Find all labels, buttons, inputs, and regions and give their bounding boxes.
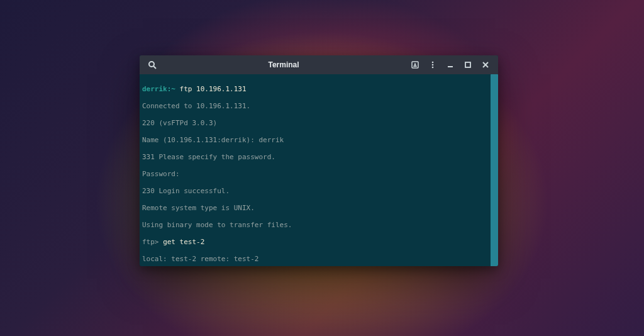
output-line: Name (10.196.1.131:derrik): derrik bbox=[142, 136, 488, 145]
terminal-body[interactable]: derrik:~ ftp 10.196.1.131 Connected to 1… bbox=[140, 74, 498, 266]
terminal-output[interactable]: derrik:~ ftp 10.196.1.131 Connected to 1… bbox=[140, 74, 491, 266]
output-line: Using binary mode to transfer files. bbox=[142, 221, 488, 230]
svg-point-0 bbox=[149, 62, 154, 67]
svg-point-3 bbox=[414, 64, 416, 65]
window-title: Terminal bbox=[268, 60, 299, 69]
output-line: Password: bbox=[142, 170, 488, 179]
contact-icon[interactable] bbox=[406, 56, 424, 74]
maximize-button[interactable] bbox=[459, 56, 477, 74]
svg-line-1 bbox=[153, 66, 156, 69]
terminal-window: Terminal derrik:~ ftp 10.196.1.131 Conne… bbox=[140, 55, 498, 266]
output-line: 220 (vsFTPd 3.0.3) bbox=[142, 119, 488, 128]
svg-point-6 bbox=[432, 67, 434, 69]
search-icon[interactable] bbox=[143, 56, 161, 74]
output-line: Connected to 10.196.1.131. bbox=[142, 102, 488, 111]
minimize-button[interactable] bbox=[441, 56, 459, 74]
menu-icon[interactable] bbox=[424, 56, 441, 74]
output-line: local: test-2 remote: test-2 bbox=[142, 255, 488, 264]
scrollbar-thumb[interactable] bbox=[491, 74, 498, 266]
svg-point-4 bbox=[432, 62, 434, 64]
scrollbar[interactable] bbox=[491, 74, 498, 266]
ftp-prompt: ftp> bbox=[142, 238, 163, 246]
close-button[interactable] bbox=[477, 56, 494, 74]
shell-command: ftp 10.196.1.131 bbox=[180, 85, 247, 93]
output-line: Remote system type is UNIX. bbox=[142, 204, 488, 213]
shell-prompt: derrik:~ bbox=[142, 85, 175, 93]
titlebar[interactable]: Terminal bbox=[140, 55, 498, 74]
output-line: 331 Please specify the password. bbox=[142, 153, 488, 162]
svg-rect-8 bbox=[465, 62, 470, 67]
output-line: 230 Login successful. bbox=[142, 187, 488, 196]
svg-point-5 bbox=[432, 64, 434, 66]
ftp-command: get test-2 bbox=[163, 238, 204, 246]
